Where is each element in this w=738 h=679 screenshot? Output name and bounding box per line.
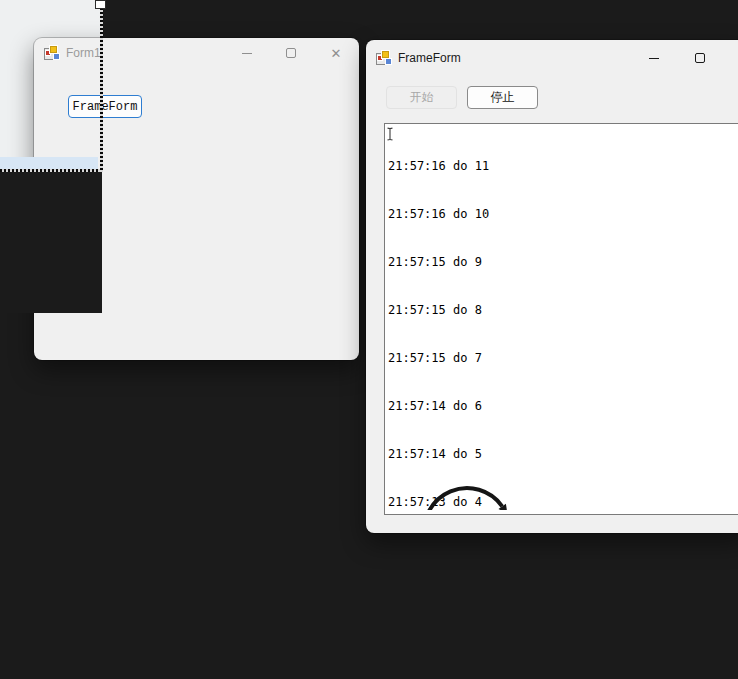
- frameform-minimize-button[interactable]: [631, 40, 677, 76]
- close-icon: ✕: [331, 47, 342, 60]
- designer-bottom-strip: [0, 157, 98, 169]
- maximize-icon: [286, 48, 296, 58]
- log-line: 21:57:16 do 10: [388, 206, 489, 222]
- start-button[interactable]: 开始: [386, 86, 457, 109]
- winforms-app-icon: [44, 45, 60, 61]
- open-frameform-button[interactable]: FrameForm: [68, 95, 142, 118]
- stop-button[interactable]: 停止: [467, 86, 538, 109]
- frameform-maximize-button[interactable]: [677, 40, 723, 76]
- designer-resize-handle[interactable]: [95, 0, 106, 9]
- log-line: 21:57:15 do 8: [388, 302, 489, 318]
- logo-asp: Asp: [451, 510, 501, 515]
- minimize-icon: [649, 58, 659, 59]
- log-lines: 21:57:16 do 11 21:57:16 do 10 21:57:15 d…: [388, 126, 489, 515]
- form1-window-title: Form1: [66, 46, 101, 60]
- logo-wordmark: 51Aspx: [399, 510, 535, 515]
- form1-maximize-button[interactable]: [269, 38, 313, 68]
- desktop: Form1 ✕ FrameForm FrameForm 开始 停止 21:57:…: [0, 0, 738, 679]
- dark-overlay: [0, 171, 102, 313]
- form1-close-button[interactable]: ✕: [313, 38, 359, 68]
- log-line: 21:57:16 do 11: [388, 158, 489, 174]
- designer-selection-border-right: [100, 0, 103, 172]
- log-line: 21:57:15 do 9: [388, 254, 489, 270]
- frameform-window: FrameForm 开始 停止 21:57:16 do 11 21:57:16 …: [366, 40, 738, 533]
- 51aspx-logo: 51Aspx 源码服务专家: [415, 484, 519, 515]
- form1-minimize-button[interactable]: [225, 38, 269, 68]
- log-textbox[interactable]: 21:57:16 do 11 21:57:16 do 10 21:57:15 d…: [384, 123, 738, 515]
- logo-x: x: [501, 510, 516, 515]
- frameform-window-title: FrameForm: [398, 51, 461, 65]
- designer-selection-border-bottom: [0, 169, 103, 172]
- log-line: 21:57:14 do 5: [388, 446, 489, 462]
- minimize-icon: [242, 53, 252, 54]
- winforms-app-icon: [376, 50, 392, 66]
- maximize-icon: [695, 53, 705, 63]
- log-line: 21:57:14 do 6: [388, 398, 489, 414]
- log-line: 21:57:15 do 7: [388, 350, 489, 366]
- logo-51: 51: [417, 510, 451, 515]
